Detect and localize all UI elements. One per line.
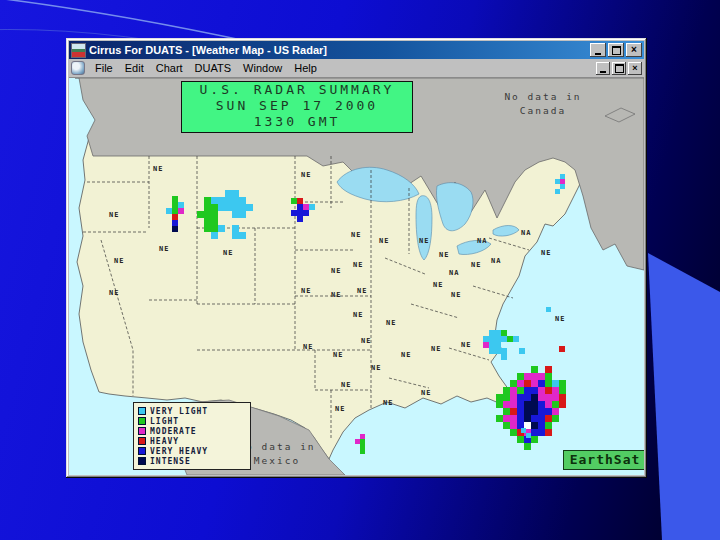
radar-cell bbox=[531, 429, 538, 436]
radar-cell bbox=[297, 216, 303, 222]
legend-item: LIGHT bbox=[138, 416, 246, 426]
radar-cell bbox=[501, 354, 507, 360]
presentation-slide: Cirrus For DUATS - [Weather Map - US Rad… bbox=[0, 0, 720, 540]
radar-cell bbox=[531, 436, 538, 443]
radar-cell bbox=[225, 204, 232, 211]
radar-cell bbox=[555, 189, 560, 194]
station-code-label: NE bbox=[109, 290, 119, 297]
station-code-label: NE bbox=[461, 342, 471, 349]
radar-cell bbox=[204, 197, 211, 204]
radar-cell bbox=[503, 394, 510, 401]
radar-cell bbox=[552, 380, 559, 387]
document-icon bbox=[71, 61, 85, 75]
station-code-label: NE bbox=[371, 365, 381, 372]
station-code-label: NE bbox=[341, 382, 351, 389]
menu-edit[interactable]: Edit bbox=[119, 60, 150, 76]
close-icon: × bbox=[631, 45, 637, 55]
restore-icon bbox=[615, 64, 624, 73]
intensity-legend: VERY LIGHTLIGHTMODERATEHEAVYVERY HEAVYIN… bbox=[133, 402, 251, 470]
radar-cell bbox=[552, 394, 559, 401]
radar-cell bbox=[211, 218, 218, 225]
radar-cell bbox=[503, 401, 510, 408]
radar-cell bbox=[309, 204, 315, 210]
legend-label: MODERATE bbox=[150, 427, 197, 436]
radar-cell bbox=[538, 394, 545, 401]
radar-cell bbox=[531, 373, 538, 380]
radar-cell bbox=[510, 380, 517, 387]
radar-cell bbox=[496, 394, 503, 401]
menu-window[interactable]: Window bbox=[237, 60, 288, 76]
station-code-label: NE bbox=[333, 352, 343, 359]
menu-file[interactable]: File bbox=[89, 60, 119, 76]
radar-cell bbox=[531, 366, 538, 373]
legend-swatch-icon bbox=[138, 407, 146, 415]
map-overlay: U.S. RADAR SUMMARY SUN SEP 17 2000 1330 … bbox=[69, 78, 644, 475]
station-code-label: NE bbox=[555, 316, 565, 323]
radar-cell bbox=[239, 232, 246, 239]
legend-swatch-icon bbox=[138, 447, 146, 455]
radar-cell bbox=[510, 387, 517, 394]
radar-cell bbox=[531, 380, 538, 387]
radar-cell bbox=[232, 190, 239, 197]
radar-cell bbox=[503, 408, 510, 415]
mdi-restore-button[interactable] bbox=[612, 62, 626, 75]
close-button[interactable]: × bbox=[626, 43, 642, 57]
radar-cell bbox=[517, 415, 524, 422]
radar-cell bbox=[211, 211, 218, 218]
radar-cell bbox=[510, 429, 517, 436]
station-code-label: NE bbox=[451, 292, 461, 299]
weather-map[interactable]: U.S. RADAR SUMMARY SUN SEP 17 2000 1330 … bbox=[69, 78, 644, 475]
radar-cell bbox=[225, 190, 232, 197]
legend-swatch-icon bbox=[138, 427, 146, 435]
legend-label: HEAVY bbox=[150, 437, 179, 446]
legend-label: VERY LIGHT bbox=[150, 407, 208, 416]
station-code-label: NE bbox=[159, 246, 169, 253]
legend-label: INTENSE bbox=[150, 457, 191, 466]
radar-cell bbox=[531, 394, 538, 401]
title-bar[interactable]: Cirrus For DUATS - [Weather Map - US Rad… bbox=[69, 41, 644, 59]
radar-cell bbox=[232, 211, 239, 218]
menu-help[interactable]: Help bbox=[288, 60, 323, 76]
radar-cell bbox=[559, 346, 565, 352]
radar-cell bbox=[524, 408, 531, 415]
station-code-label: NE bbox=[153, 166, 163, 173]
radar-cell bbox=[559, 387, 566, 394]
radar-cell bbox=[538, 422, 545, 429]
menu-chart[interactable]: Chart bbox=[150, 60, 189, 76]
restore-button[interactable] bbox=[608, 43, 624, 57]
station-code-label: NA bbox=[491, 258, 501, 265]
station-code-label: NE bbox=[301, 172, 311, 179]
station-code-label: NE bbox=[386, 320, 396, 327]
minimize-icon bbox=[600, 71, 606, 73]
station-code-label: NE bbox=[401, 352, 411, 359]
radar-cell bbox=[531, 408, 538, 415]
minimize-button[interactable] bbox=[590, 43, 606, 57]
legend-item: VERY HEAVY bbox=[138, 446, 246, 456]
radar-cell bbox=[524, 401, 531, 408]
mdi-close-button[interactable]: × bbox=[628, 62, 642, 75]
legend-item: HEAVY bbox=[138, 436, 246, 446]
radar-cell bbox=[517, 436, 524, 443]
radar-cell bbox=[204, 218, 211, 225]
radar-cell bbox=[239, 204, 246, 211]
menu-duats[interactable]: DUATS bbox=[189, 60, 237, 76]
station-code-label: NE bbox=[351, 232, 361, 239]
radar-cell bbox=[526, 433, 531, 438]
radar-cell bbox=[531, 401, 538, 408]
radar-cell bbox=[519, 348, 525, 354]
station-code-label: NE bbox=[541, 250, 551, 257]
radar-cell bbox=[218, 204, 225, 211]
radar-cell bbox=[232, 204, 239, 211]
radar-cell bbox=[545, 394, 552, 401]
mdi-minimize-button[interactable] bbox=[596, 62, 610, 75]
radar-cell bbox=[538, 373, 545, 380]
station-code-label: NE bbox=[433, 282, 443, 289]
station-code-label: NA bbox=[521, 230, 531, 237]
radar-cell bbox=[496, 415, 503, 422]
station-code-label: NA bbox=[477, 238, 487, 245]
radar-cell bbox=[246, 204, 253, 211]
no-data-canada-note: No data in Canada bbox=[473, 90, 613, 118]
radar-cell bbox=[552, 415, 559, 422]
legend-swatch-icon bbox=[138, 457, 146, 465]
radar-cell bbox=[524, 380, 531, 387]
